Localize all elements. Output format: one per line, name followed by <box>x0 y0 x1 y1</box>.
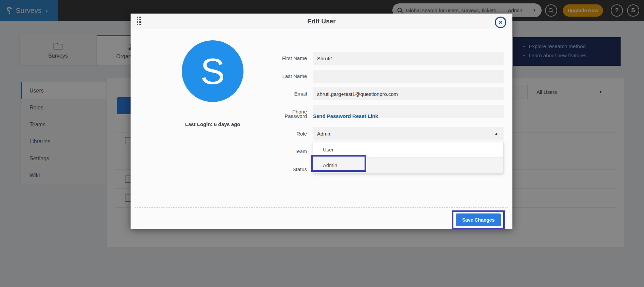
last-name-input[interactable] <box>313 70 504 83</box>
first-name-input[interactable] <box>313 52 504 65</box>
role-selected-value: Admin <box>317 131 332 137</box>
last-name-label: Last Name <box>249 73 307 79</box>
role-label: Role <box>249 131 307 137</box>
save-changes-button[interactable]: Save Changes <box>456 213 501 226</box>
close-icon: × <box>499 19 502 26</box>
first-name-label: First Name <box>249 55 307 61</box>
last-login-text: Last Login: 6 days ago <box>162 121 264 127</box>
send-password-reset-link[interactable]: Send Password Reset Link <box>313 113 378 119</box>
user-avatar: S <box>182 40 243 102</box>
role-dropdown-menu: User Admin <box>313 142 504 173</box>
edit-user-modal: Edit User × S Last Login: 6 days ago Fir… <box>131 14 512 229</box>
password-label: Password <box>249 113 307 119</box>
footer-divider <box>135 207 508 208</box>
annotation-highlight-save: Save Changes <box>452 210 505 229</box>
close-button[interactable]: × <box>495 17 506 28</box>
modal-title: Edit User <box>131 14 512 29</box>
chevron-up-icon: ▲ <box>494 131 498 136</box>
role-select[interactable]: Admin ▲ <box>313 127 504 140</box>
email-label: Email <box>249 91 307 97</box>
email-input[interactable] <box>313 87 504 100</box>
avatar-initial: S <box>200 50 225 93</box>
role-option-user[interactable]: User <box>313 142 503 158</box>
drag-handle-icon[interactable] <box>137 17 142 26</box>
team-label: Team <box>249 148 307 154</box>
status-label: Status <box>249 166 307 172</box>
role-option-admin[interactable]: Admin <box>313 158 503 173</box>
